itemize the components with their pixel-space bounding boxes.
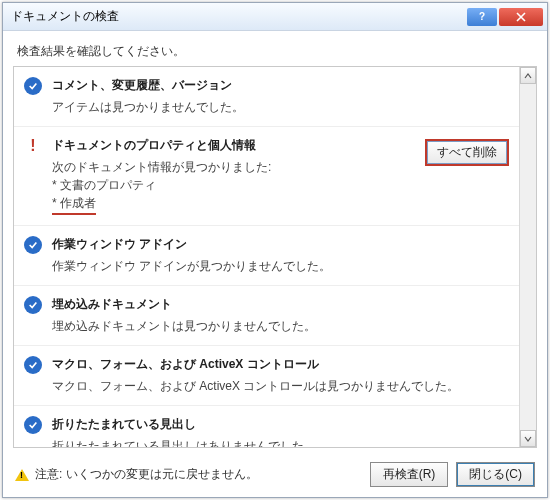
check-icon <box>24 356 42 374</box>
result-item: マクロ、フォーム、および ActiveX コントロール マクロ、フォーム、および… <box>14 346 519 406</box>
footer-note: 注意: いくつかの変更は元に戻せません。 <box>15 466 362 483</box>
results-panel: コメント、変更履歴、バージョン アイテムは見つかりませんでした。 ! ドキュメン… <box>13 66 537 448</box>
instruction-text: 検査結果を確認してください。 <box>3 31 547 66</box>
result-item: 埋め込みドキュメント 埋め込みドキュメントは見つかりませんでした。 <box>14 286 519 346</box>
footer-note-text: 注意: いくつかの変更は元に戻せません。 <box>35 466 258 483</box>
item-heading: マクロ、フォーム、および ActiveX コントロール <box>52 356 507 373</box>
result-item: 折りたたまれている見出し 折りたたまれている見出しはありませんでした。 <box>14 406 519 447</box>
remove-all-button[interactable]: すべて削除 <box>425 139 509 166</box>
check-icon <box>24 296 42 314</box>
help-button[interactable]: ? <box>467 8 497 26</box>
warn-icon: ! <box>24 137 42 155</box>
close-window-button[interactable] <box>499 8 543 26</box>
item-body: 折りたたまれている見出しはありませんでした。 <box>52 437 507 447</box>
warning-triangle-icon <box>15 469 29 481</box>
results-list: コメント、変更履歴、バージョン アイテムは見つかりませんでした。 ! ドキュメン… <box>14 67 519 447</box>
chevron-up-icon <box>524 72 532 80</box>
item-body: 埋め込みドキュメントは見つかりませんでした。 <box>52 317 507 335</box>
item-body: アイテムは見つかりませんでした。 <box>52 98 507 116</box>
result-item: コメント、変更履歴、バージョン アイテムは見つかりませんでした。 <box>14 67 519 127</box>
body-line: 次のドキュメント情報が見つかりました: <box>52 160 271 174</box>
item-heading: 作業ウィンドウ アドイン <box>52 236 507 253</box>
window-title: ドキュメントの検査 <box>11 8 465 25</box>
body-line: * 文書のプロパティ <box>52 178 156 192</box>
footer: 注意: いくつかの変更は元に戻せません。 再検査(R) 閉じる(C) <box>3 454 547 497</box>
dialog-window: ドキュメントの検査 ? 検査結果を確認してください。 コメント、変更履歴、バージ… <box>2 2 548 498</box>
item-body: 作業ウィンドウ アドインが見つかりませんでした。 <box>52 257 507 275</box>
item-heading: 折りたたまれている見出し <box>52 416 507 433</box>
reinspect-button[interactable]: 再検査(R) <box>370 462 449 487</box>
scroll-track[interactable] <box>520 84 536 430</box>
check-icon <box>24 236 42 254</box>
result-item: 作業ウィンドウ アドイン 作業ウィンドウ アドインが見つかりませんでした。 <box>14 226 519 286</box>
scrollbar[interactable] <box>519 67 536 447</box>
item-body: 次のドキュメント情報が見つかりました: * 文書のプロパティ * 作成者 <box>52 158 507 215</box>
scroll-up-button[interactable] <box>520 67 536 84</box>
result-item: ! ドキュメントのプロパティと個人情報 次のドキュメント情報が見つかりました: … <box>14 127 519 226</box>
chevron-down-icon <box>524 435 532 443</box>
titlebar: ドキュメントの検査 ? <box>3 3 547 31</box>
scroll-down-button[interactable] <box>520 430 536 447</box>
close-icon <box>516 12 526 22</box>
item-heading: コメント、変更履歴、バージョン <box>52 77 507 94</box>
check-icon <box>24 77 42 95</box>
item-heading: 埋め込みドキュメント <box>52 296 507 313</box>
item-body: マクロ、フォーム、および ActiveX コントロールは見つかりませんでした。 <box>52 377 507 395</box>
close-button[interactable]: 閉じる(C) <box>456 462 535 487</box>
check-icon <box>24 416 42 434</box>
body-line-highlight: * 作成者 <box>52 194 96 215</box>
results-panel-wrap: コメント、変更履歴、バージョン アイテムは見つかりませんでした。 ! ドキュメン… <box>3 66 547 454</box>
